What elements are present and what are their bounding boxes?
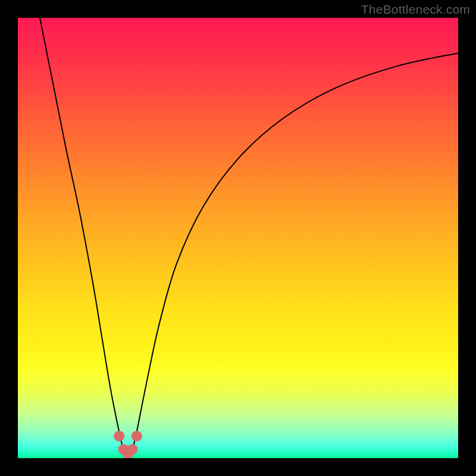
notch-markers-group — [114, 431, 142, 458]
chart-frame: TheBottleneck.com — [0, 0, 476, 476]
chart-plot-area — [18, 18, 458, 458]
watermark-label: TheBottleneck.com — [361, 2, 470, 17]
chart-svg — [18, 18, 458, 458]
notch-marker — [131, 431, 142, 441]
notch-marker — [127, 444, 137, 455]
notch-marker — [114, 431, 124, 441]
bottleneck-curve-line — [40, 18, 458, 454]
